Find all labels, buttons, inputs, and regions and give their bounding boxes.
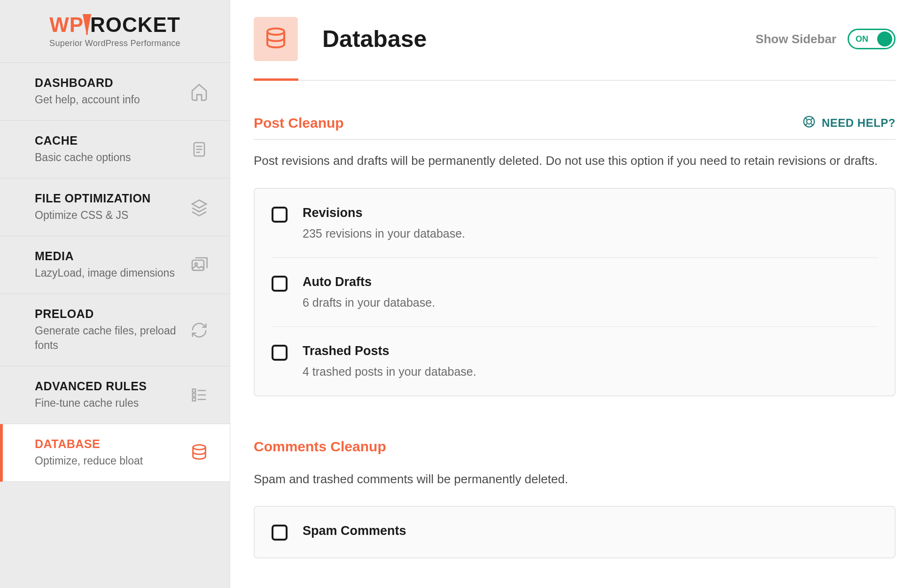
spam-comments-checkbox[interactable] <box>272 525 288 541</box>
option-sub: 235 revisions in your database. <box>303 227 878 240</box>
option-sub: 4 trashed posts in your database. <box>303 365 878 379</box>
option-title: Trashed Posts <box>303 344 878 358</box>
need-help-link[interactable]: NEED HELP? <box>802 115 896 132</box>
svg-point-6 <box>193 445 206 450</box>
revisions-checkbox[interactable] <box>272 207 288 223</box>
nav-sub: Generate cache files, preload fonts <box>35 324 182 353</box>
show-sidebar-toggle[interactable]: ON <box>848 29 896 49</box>
nav-title: CACHE <box>35 134 182 147</box>
sidebar: WPROCKET Superior WordPress Performance … <box>0 0 230 588</box>
trashed-posts-checkbox[interactable] <box>272 345 288 361</box>
option-title: Auto Drafts <box>303 275 878 289</box>
option-trashed-posts: Trashed Posts 4 trashed posts in your da… <box>272 327 878 395</box>
svg-point-7 <box>267 29 284 35</box>
nav-title: PRELOAD <box>35 307 182 321</box>
nav-title: DASHBOARD <box>35 76 182 90</box>
home-icon <box>189 82 209 101</box>
svg-rect-1 <box>192 260 204 271</box>
section-title: Post Cleanup <box>254 115 344 131</box>
svg-point-9 <box>807 119 811 124</box>
option-revisions: Revisions 235 revisions in your database… <box>272 189 878 258</box>
database-icon <box>254 17 298 61</box>
toggle-knob <box>877 31 892 46</box>
nav-title: DATABASE <box>35 437 182 451</box>
logo-wp: WP <box>49 13 84 36</box>
section-description: Spam and trashed comments will be perman… <box>254 470 896 489</box>
lifebuoy-icon <box>802 115 816 132</box>
list-icon <box>189 385 209 405</box>
svg-rect-4 <box>193 394 195 396</box>
need-help-label: NEED HELP? <box>822 116 896 130</box>
nav-sub: Optimize CSS & JS <box>35 208 182 223</box>
page-header: Database Show Sidebar ON <box>254 17 896 81</box>
section-description: Post revisions and drafts will be perman… <box>254 151 896 171</box>
nav-sub: Basic cache options <box>35 150 182 165</box>
sidebar-item-cache[interactable]: CACHE Basic cache options <box>0 121 230 178</box>
sidebar-item-file-optimization[interactable]: FILE OPTIMIZATION Optimize CSS & JS <box>0 178 230 236</box>
toggle-on-label: ON <box>856 34 868 44</box>
option-title: Spam Comments <box>303 524 878 538</box>
nav-sub: Get help, account info <box>35 93 182 107</box>
document-icon <box>189 139 209 159</box>
layers-icon <box>189 197 209 217</box>
nav-title: FILE OPTIMIZATION <box>35 192 182 205</box>
section-comments-cleanup: Comments Cleanup Spam and trashed commen… <box>254 439 896 559</box>
nav-title: ADVANCED RULES <box>35 379 182 393</box>
sidebar-item-advanced-rules[interactable]: ADVANCED RULES Fine-tune cache rules <box>0 366 230 424</box>
comments-cleanup-options: Spam Comments <box>254 506 896 558</box>
refresh-icon <box>189 320 209 340</box>
section-title: Comments Cleanup <box>254 439 386 455</box>
sidebar-item-media[interactable]: MEDIA LazyLoad, image dimensions <box>0 236 230 294</box>
page-title: Database <box>322 25 427 53</box>
images-icon <box>189 255 209 275</box>
option-title: Revisions <box>303 206 878 220</box>
logo: WPROCKET Superior WordPress Performance <box>0 0 230 63</box>
sidebar-item-preload[interactable]: PRELOAD Generate cache files, preload fo… <box>0 294 230 366</box>
database-icon <box>189 443 209 463</box>
nav-sub: LazyLoad, image dimensions <box>35 266 182 280</box>
logo-rocket: ROCKET <box>90 13 180 36</box>
sidebar-item-database[interactable]: DATABASE Optimize, reduce bloat <box>0 424 230 482</box>
auto-drafts-checkbox[interactable] <box>272 276 288 292</box>
section-post-cleanup: Post Cleanup NEED HELP? Post revisions a… <box>254 115 896 396</box>
nav-sub: Fine-tune cache rules <box>35 396 182 410</box>
show-sidebar-label: Show Sidebar <box>755 32 836 46</box>
svg-rect-5 <box>193 398 195 401</box>
option-spam-comments: Spam Comments <box>272 507 878 557</box>
main-content: Database Show Sidebar ON Post Cleanup NE… <box>230 0 919 588</box>
logo-tagline: Superior WordPress Performance <box>17 39 213 48</box>
nav-title: MEDIA <box>35 249 182 263</box>
nav-sub: Optimize, reduce bloat <box>35 454 182 468</box>
svg-rect-3 <box>193 389 195 392</box>
sidebar-item-dashboard[interactable]: DASHBOARD Get help, account info <box>0 63 230 121</box>
post-cleanup-options: Revisions 235 revisions in your database… <box>254 188 896 396</box>
option-auto-drafts: Auto Drafts 6 drafts in your database. <box>272 258 878 327</box>
option-sub: 6 drafts in your database. <box>303 296 878 309</box>
